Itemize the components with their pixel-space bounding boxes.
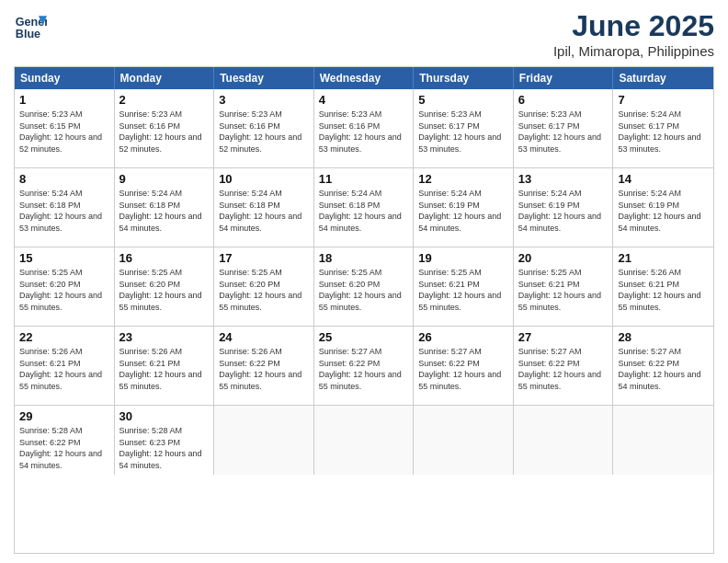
day-number: 25 (319, 330, 409, 344)
empty-cell (414, 406, 514, 475)
day-cell: 17Sunrise: 5:25 AMSunset: 6:20 PMDayligh… (214, 247, 314, 326)
day-cell: 13Sunrise: 5:24 AMSunset: 6:19 PMDayligh… (514, 168, 614, 247)
day-number: 6 (518, 93, 609, 107)
day-number: 26 (418, 330, 508, 344)
day-cell: 16Sunrise: 5:25 AMSunset: 6:20 PMDayligh… (115, 247, 215, 326)
calendar-row: 22Sunrise: 5:26 AMSunset: 6:21 PMDayligh… (15, 326, 713, 405)
dow-friday: Friday (514, 67, 614, 89)
title-area: June 2025 Ipil, Mimaropa, Philippines (553, 9, 714, 59)
calendar-body: 1Sunrise: 5:23 AMSunset: 6:15 PMDaylight… (15, 89, 713, 475)
day-info: Sunrise: 5:26 AMSunset: 6:21 PMDaylight:… (119, 346, 210, 392)
day-cell: 30Sunrise: 5:28 AMSunset: 6:23 PMDayligh… (115, 406, 215, 475)
day-number: 8 (19, 172, 109, 186)
header: General Blue June 2025 Ipil, Mimaropa, P… (14, 9, 714, 59)
day-info: Sunrise: 5:24 AMSunset: 6:18 PMDaylight:… (319, 188, 409, 234)
dow-saturday: Saturday (613, 67, 713, 89)
empty-cell (314, 406, 415, 475)
day-info: Sunrise: 5:23 AMSunset: 6:17 PMDaylight:… (418, 109, 508, 155)
day-info: Sunrise: 5:25 AMSunset: 6:21 PMDaylight:… (518, 267, 609, 313)
day-info: Sunrise: 5:25 AMSunset: 6:21 PMDaylight:… (418, 267, 508, 313)
day-cell: 6Sunrise: 5:23 AMSunset: 6:17 PMDaylight… (514, 89, 614, 167)
calendar-header-row: Sunday Monday Tuesday Wednesday Thursday… (15, 67, 713, 89)
day-cell: 24Sunrise: 5:26 AMSunset: 6:22 PMDayligh… (214, 327, 314, 405)
day-number: 16 (119, 251, 210, 265)
day-cell: 2Sunrise: 5:23 AMSunset: 6:16 PMDaylight… (115, 89, 215, 167)
empty-cell (214, 406, 314, 475)
day-info: Sunrise: 5:24 AMSunset: 6:19 PMDaylight:… (518, 188, 609, 234)
page: General Blue June 2025 Ipil, Mimaropa, P… (0, 0, 728, 563)
day-number: 5 (418, 93, 508, 107)
day-number: 18 (319, 251, 409, 265)
day-number: 28 (618, 330, 709, 344)
dow-tuesday: Tuesday (214, 67, 314, 89)
day-number: 23 (119, 330, 210, 344)
day-info: Sunrise: 5:24 AMSunset: 6:17 PMDaylight:… (618, 109, 709, 155)
day-info: Sunrise: 5:24 AMSunset: 6:19 PMDaylight:… (418, 188, 508, 234)
day-number: 15 (19, 251, 109, 265)
calendar-row: 15Sunrise: 5:25 AMSunset: 6:20 PMDayligh… (15, 247, 713, 326)
dow-wednesday: Wednesday (314, 67, 415, 89)
day-cell: 1Sunrise: 5:23 AMSunset: 6:15 PMDaylight… (15, 89, 115, 167)
day-number: 1 (19, 93, 109, 107)
day-number: 10 (219, 172, 309, 186)
day-cell: 12Sunrise: 5:24 AMSunset: 6:19 PMDayligh… (414, 168, 514, 247)
day-cell: 9Sunrise: 5:24 AMSunset: 6:18 PMDaylight… (115, 168, 215, 247)
day-number: 17 (219, 251, 309, 265)
svg-text:Blue: Blue (16, 28, 40, 40)
day-number: 14 (618, 172, 709, 186)
day-number: 4 (319, 93, 409, 107)
day-cell: 5Sunrise: 5:23 AMSunset: 6:17 PMDaylight… (414, 89, 514, 167)
logo-icon: General Blue (14, 9, 47, 42)
calendar-row: 1Sunrise: 5:23 AMSunset: 6:15 PMDaylight… (15, 89, 713, 167)
main-title: June 2025 (553, 9, 714, 43)
day-cell: 7Sunrise: 5:24 AMSunset: 6:17 PMDaylight… (613, 89, 713, 167)
day-cell: 3Sunrise: 5:23 AMSunset: 6:16 PMDaylight… (214, 89, 314, 167)
logo: General Blue (14, 9, 47, 42)
empty-cell (514, 406, 614, 475)
day-number: 13 (518, 172, 609, 186)
day-info: Sunrise: 5:23 AMSunset: 6:15 PMDaylight:… (19, 109, 109, 155)
dow-thursday: Thursday (414, 67, 514, 89)
day-info: Sunrise: 5:24 AMSunset: 6:18 PMDaylight:… (119, 188, 210, 234)
day-info: Sunrise: 5:24 AMSunset: 6:18 PMDaylight:… (219, 188, 309, 234)
day-number: 9 (119, 172, 210, 186)
day-number: 11 (319, 172, 409, 186)
day-cell: 14Sunrise: 5:24 AMSunset: 6:19 PMDayligh… (613, 168, 713, 247)
day-number: 2 (119, 93, 210, 107)
day-info: Sunrise: 5:28 AMSunset: 6:23 PMDaylight:… (119, 425, 210, 471)
day-number: 12 (418, 172, 508, 186)
day-info: Sunrise: 5:24 AMSunset: 6:18 PMDaylight:… (19, 188, 109, 234)
day-number: 24 (219, 330, 309, 344)
day-cell: 10Sunrise: 5:24 AMSunset: 6:18 PMDayligh… (214, 168, 314, 247)
day-info: Sunrise: 5:25 AMSunset: 6:20 PMDaylight:… (19, 267, 109, 313)
day-info: Sunrise: 5:27 AMSunset: 6:22 PMDaylight:… (618, 346, 709, 392)
day-cell: 4Sunrise: 5:23 AMSunset: 6:16 PMDaylight… (314, 89, 415, 167)
day-info: Sunrise: 5:24 AMSunset: 6:19 PMDaylight:… (618, 188, 709, 234)
day-info: Sunrise: 5:25 AMSunset: 6:20 PMDaylight:… (219, 267, 309, 313)
day-info: Sunrise: 5:23 AMSunset: 6:16 PMDaylight:… (219, 109, 309, 155)
day-number: 22 (19, 330, 109, 344)
day-number: 29 (19, 409, 109, 423)
day-info: Sunrise: 5:25 AMSunset: 6:20 PMDaylight:… (319, 267, 409, 313)
dow-sunday: Sunday (15, 67, 115, 89)
day-info: Sunrise: 5:26 AMSunset: 6:21 PMDaylight:… (19, 346, 109, 392)
day-info: Sunrise: 5:26 AMSunset: 6:22 PMDaylight:… (219, 346, 309, 392)
day-info: Sunrise: 5:26 AMSunset: 6:21 PMDaylight:… (618, 267, 709, 313)
calendar-row: 29Sunrise: 5:28 AMSunset: 6:22 PMDayligh… (15, 405, 713, 475)
day-cell: 20Sunrise: 5:25 AMSunset: 6:21 PMDayligh… (514, 247, 614, 326)
day-cell: 26Sunrise: 5:27 AMSunset: 6:22 PMDayligh… (414, 327, 514, 405)
day-info: Sunrise: 5:27 AMSunset: 6:22 PMDaylight:… (319, 346, 409, 392)
day-cell: 27Sunrise: 5:27 AMSunset: 6:22 PMDayligh… (514, 327, 614, 405)
empty-cell (613, 406, 713, 475)
day-cell: 8Sunrise: 5:24 AMSunset: 6:18 PMDaylight… (15, 168, 115, 247)
day-number: 21 (618, 251, 709, 265)
day-cell: 21Sunrise: 5:26 AMSunset: 6:21 PMDayligh… (613, 247, 713, 326)
day-number: 27 (518, 330, 609, 344)
day-info: Sunrise: 5:27 AMSunset: 6:22 PMDaylight:… (518, 346, 609, 392)
day-cell: 15Sunrise: 5:25 AMSunset: 6:20 PMDayligh… (15, 247, 115, 326)
day-cell: 29Sunrise: 5:28 AMSunset: 6:22 PMDayligh… (15, 406, 115, 475)
day-cell: 28Sunrise: 5:27 AMSunset: 6:22 PMDayligh… (613, 327, 713, 405)
day-info: Sunrise: 5:23 AMSunset: 6:17 PMDaylight:… (518, 109, 609, 155)
day-number: 3 (219, 93, 309, 107)
calendar: Sunday Monday Tuesday Wednesday Thursday… (14, 66, 714, 554)
